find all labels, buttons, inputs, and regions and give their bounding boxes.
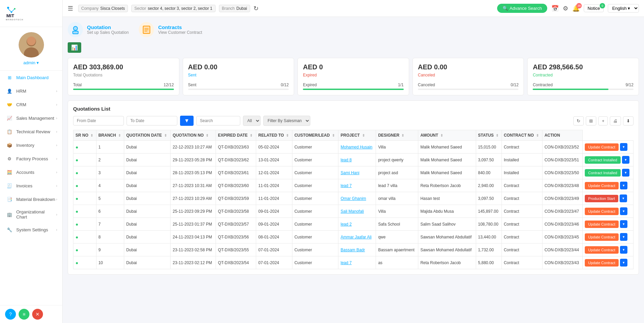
cell-expand[interactable]: ● (73, 244, 96, 256)
action-button[interactable]: Update Contract (585, 246, 619, 254)
cell-customer[interactable]: Sali Manofali (338, 205, 376, 218)
grid-view-button[interactable]: ⊞ (586, 116, 596, 125)
cell-designer: Malik Mohamed Saeed (418, 141, 476, 154)
cell-customer[interactable]: Omar Ghanim (338, 192, 376, 205)
cell-expand[interactable]: ● (73, 218, 96, 231)
all-select[interactable]: All (243, 116, 261, 126)
calendar-icon[interactable]: 📅 (551, 5, 559, 12)
sector-filter[interactable]: Sector sector 4, sector 3, sector 2, sec… (131, 5, 215, 12)
sidebar-item-system-settings[interactable]: 🔧 System Settings › (0, 223, 62, 236)
cell-customer[interactable]: Mohamed Husain (338, 141, 376, 154)
action-dropdown-button[interactable]: ▾ (620, 220, 627, 228)
sidebar-item-invoices[interactable]: 🧾 Invoices › (0, 179, 62, 192)
cell-amount: 145,897.00 (476, 205, 502, 218)
cell-qno: QT-DXB/2023/54 (216, 256, 256, 269)
bell-icon[interactable]: 🔔 38 (572, 5, 580, 12)
cell-expand[interactable]: ● (73, 166, 96, 179)
advance-search-button[interactable]: 🔍 Advance Search (497, 4, 547, 13)
cell-srno: 1 (96, 141, 124, 154)
search-input[interactable] (196, 116, 240, 125)
action-dropdown-button[interactable]: ▾ (620, 194, 627, 202)
logo-area: MIT MANDOTECH (0, 0, 62, 27)
action-button[interactable]: Update Contract (585, 233, 619, 241)
action-dropdown-button[interactable]: ▾ (622, 156, 629, 164)
action-dropdown-button[interactable]: ▾ (620, 259, 627, 267)
chart-view-button[interactable]: 📊 (68, 42, 81, 53)
action-button[interactable]: Contract Installed (585, 169, 621, 177)
grid-icon: ⊞ (6, 74, 13, 81)
action-dropdown-button[interactable]: ▾ (620, 143, 627, 151)
col-header-edate: EXPIRED DATE ⇕ (216, 130, 256, 141)
sidebar-item-sales-management[interactable]: 📈 Sales Management › (0, 111, 62, 125)
cell-customer[interactable]: lead 2 (338, 218, 376, 231)
sidebar-item-hrm[interactable]: 👤 HRM › (0, 84, 62, 98)
quotation-nav-card[interactable]: Quotation Set up Sales Quotation (68, 22, 129, 37)
sidebar-item-organizational-chart[interactable]: 🏢 Organizational Chart › (0, 206, 62, 223)
cell-expand[interactable]: ● (73, 141, 96, 154)
cell-customer[interactable]: Ammar Jaafar Ali (338, 231, 376, 244)
from-date-input[interactable] (73, 116, 124, 125)
action-dropdown-button[interactable]: ▾ (620, 182, 627, 189)
contracts-nav-card[interactable]: Contracts View Customer Contract (139, 22, 202, 37)
sidebar-item-technical-review[interactable]: 📋 Technical Review › (0, 125, 62, 138)
sidebar-item-main-dashboard[interactable]: ⊞ Main Dashboard (0, 71, 62, 84)
cell-expand[interactable]: ● (73, 154, 96, 166)
cell-customer[interactable]: lead 7 (338, 256, 376, 269)
cell-expand[interactable]: ● (73, 256, 96, 269)
action-button[interactable]: Update Contract (585, 208, 619, 215)
menu-button[interactable]: ≡ (19, 309, 29, 320)
cell-expand[interactable]: ● (73, 192, 96, 205)
action-button[interactable]: Update Contract (585, 259, 619, 267)
gear-icon[interactable]: ⚙ (563, 5, 568, 12)
notice-button[interactable]: Notice 0 (584, 4, 604, 12)
cell-customer[interactable]: Bassam Badr (338, 244, 376, 256)
stat-card-canceled: AED 0.00 Canceled Canceled 0/12 (413, 58, 524, 95)
filter-button[interactable]: ▼ (180, 116, 194, 126)
action-dropdown-button[interactable]: ▾ (620, 233, 627, 241)
action-dropdown-button[interactable]: ▾ (620, 246, 627, 254)
cell-expand[interactable]: ● (73, 179, 96, 192)
cell-related: Customer (292, 256, 338, 269)
cell-expand[interactable]: ● (73, 231, 96, 244)
cell-branch: Dubai (124, 256, 170, 269)
cell-status: Contract (502, 179, 542, 192)
action-button[interactable]: Update Contract (585, 143, 619, 151)
to-date-input[interactable] (127, 116, 177, 125)
add-button[interactable]: + (598, 116, 608, 125)
sidebar-item-inventory[interactable]: 📦 Inventory › (0, 138, 62, 152)
print-button[interactable]: 🖨 (610, 116, 621, 125)
cell-edate: 08-01-2024 (256, 231, 292, 244)
action-button[interactable]: Production Start (585, 195, 618, 202)
cell-amount: 13,440.00 (476, 231, 502, 244)
cell-customer[interactable]: Sami Hani (338, 166, 376, 179)
branch-filter[interactable]: Branch Dubai (219, 5, 250, 12)
sidebar-item-material-breakdown[interactable]: 📑 Material Breakdown › (0, 192, 62, 206)
sidebar-item-crm[interactable]: 🤝 CRM › (0, 98, 62, 111)
refresh-icon[interactable]: ↻ (253, 5, 259, 12)
cell-project: omar villa (376, 192, 418, 205)
sidebar-item-accounts[interactable]: 🧮 Accounts › (0, 165, 62, 179)
cell-expand[interactable]: ● (73, 205, 96, 218)
close-button[interactable]: ✕ (32, 309, 43, 320)
salesman-filter[interactable]: Filter By Salesman (263, 116, 310, 126)
cell-customer[interactable]: lead 7 (338, 179, 376, 192)
action-button[interactable]: Update Contract (585, 221, 619, 228)
company-filter[interactable]: Company Sisca Closets (78, 5, 128, 12)
hamburger-icon[interactable]: ☰ (68, 5, 73, 12)
help-button[interactable]: ? (5, 309, 16, 320)
action-dropdown-button[interactable]: ▾ (622, 169, 629, 177)
cell-amount: 1,732.00 (476, 244, 502, 256)
action-button[interactable]: Contract Installed (585, 156, 621, 164)
language-selector[interactable]: English ▾ (608, 4, 639, 13)
action-button[interactable]: Update Contract (585, 182, 619, 189)
avatar (19, 32, 44, 57)
admin-name[interactable]: admin ▾ (23, 60, 39, 65)
refresh-table-button[interactable]: ↻ (573, 116, 584, 125)
download-button[interactable]: ⬇ (623, 116, 634, 125)
cell-status: Contract (502, 205, 542, 218)
cell-status: Contract (502, 256, 542, 269)
action-dropdown-button[interactable]: ▾ (620, 207, 627, 215)
sidebar-item-factory-process[interactable]: ⚙ Factory Process › (0, 152, 62, 165)
cell-action: Update Contract ▾ (583, 231, 634, 244)
cell-customer[interactable]: lead 8 (338, 154, 376, 166)
